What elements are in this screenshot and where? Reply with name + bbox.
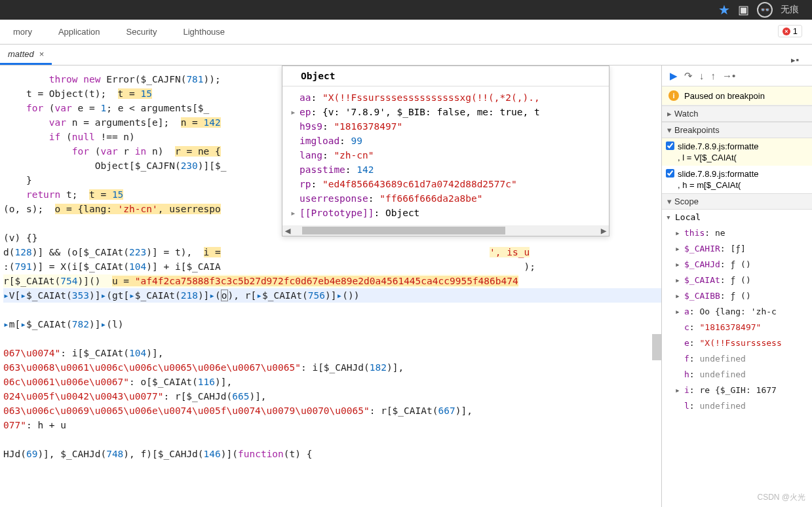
breakpoints-section[interactable]: ▾Breakpoints xyxy=(662,122,812,138)
tooltip-property-row[interactable]: userresponse: "ff666f666da2a8be" xyxy=(288,191,604,206)
tooltip-property-row[interactable]: aa: "X(!!Fssursssessssssssssxg(!!(,*2(,)… xyxy=(288,90,604,105)
breakpoint-checkbox[interactable] xyxy=(666,141,674,150)
tab-lighthouse[interactable]: Lighthouse xyxy=(170,20,238,44)
scope-variable-row[interactable]: ▸$_CAIAt: ƒ () xyxy=(662,272,812,288)
watermark: CSDN @火光 xyxy=(757,492,805,503)
source-code-pane[interactable]: throw new Error($_CAJFN(781)); t = Objec… xyxy=(0,66,661,507)
step-out-icon[interactable]: ↑ xyxy=(711,70,716,81)
scope-variable-row[interactable]: ▸$_CAHIR: [ƒ] xyxy=(662,241,812,257)
profile-mode-label: 无痕 xyxy=(781,4,799,16)
tooltip-property-row[interactable]: ▸[[Prototype]]: Object xyxy=(288,206,604,220)
code-scrollbar[interactable] xyxy=(652,334,661,360)
scope-variable-row[interactable]: ▸a: Oo {lang: 'zh-c xyxy=(662,304,812,320)
error-count-badge[interactable]: × 1 xyxy=(778,25,802,37)
tooltip-property-row[interactable]: rp: "ed4f856643689c61d7a0742d88d2577c" xyxy=(288,177,604,191)
frag-paren: ); xyxy=(524,261,535,272)
step-over-icon[interactable]: ↷ xyxy=(684,70,693,82)
scope-variable-row[interactable]: e: "X(!!Fssursssess xyxy=(662,335,812,351)
profile-avatar-icon[interactable]: 👓 xyxy=(757,2,773,18)
scope-variable-row[interactable]: l: undefined xyxy=(662,398,812,414)
step-into-icon[interactable]: ↓ xyxy=(699,70,705,81)
scope-variable-row[interactable]: f: undefined xyxy=(662,351,812,367)
scope-variable-row[interactable]: ▸$_CAIBB: ƒ () xyxy=(662,288,812,304)
frag-isu: ', is_u xyxy=(490,247,530,257)
scope-label: Scope xyxy=(674,197,699,206)
scope-local-header[interactable]: ▾Local xyxy=(662,210,812,225)
tab-application[interactable]: Application xyxy=(45,20,113,44)
tooltip-property-row[interactable]: imgload: 99 xyxy=(288,134,604,148)
browser-chrome-bar: ★ ▣ 👓 无痕 xyxy=(0,0,812,20)
tooltip-property-row[interactable]: lang: "zh-cn" xyxy=(288,148,604,162)
scope-variable-row[interactable]: c: "1816378497" xyxy=(662,320,812,335)
source-file-tabs: matted × ▸▪ xyxy=(0,45,812,66)
breakpoints-label: Breakpoints xyxy=(674,125,720,135)
tab-security[interactable]: Security xyxy=(113,20,170,44)
scroll-left-icon[interactable]: ◀ xyxy=(282,223,293,238)
breakpoint-item[interactable]: slide.7.8.9.js:formatte, l = V[$_CAIAt( xyxy=(662,138,812,166)
tooltip-property-row[interactable]: passtime: 142 xyxy=(288,162,604,177)
devtools-tabs: mory Application Security Lighthouse × 1 xyxy=(0,20,812,45)
scope-variable-row[interactable]: ▸i: re {$_GIH: 1677 xyxy=(662,383,812,398)
breakpoint-item[interactable]: slide.7.8.9.js:formatte, h = m[$_CAIAt( xyxy=(662,166,812,193)
pause-message: Paused on breakpoin xyxy=(684,91,765,101)
step-icon[interactable]: →• xyxy=(722,70,735,81)
info-icon: i xyxy=(668,90,679,101)
bookmark-star-icon[interactable]: ★ xyxy=(718,2,730,18)
tooltip-title: Object xyxy=(282,66,609,86)
resume-icon[interactable]: ▶ xyxy=(670,70,678,82)
close-tab-icon[interactable]: × xyxy=(39,49,45,59)
error-count: 1 xyxy=(793,26,798,36)
tooltip-scrollbar[interactable]: ◀ ▶ xyxy=(282,225,609,236)
tooltip-property-row[interactable]: h9s9: "1816378497" xyxy=(288,119,604,134)
extension-icon[interactable]: ▣ xyxy=(738,3,749,17)
watch-label: Watch xyxy=(674,109,698,119)
object-preview-tooltip: Object aa: "X(!!Fssursssessssssssssxg(!!… xyxy=(282,66,609,236)
scope-variable-row[interactable]: ▸this: ne xyxy=(662,225,812,241)
scope-section[interactable]: ▾Scope xyxy=(662,193,812,210)
tooltip-property-row[interactable]: ▸ep: {v: '7.8.9', $_BIB: false, me: true… xyxy=(288,105,604,119)
debugger-side-pane: ▶ ↷ ↓ ↑ →• i Paused on breakpoin ▸Watch … xyxy=(661,66,812,507)
execution-step-icon[interactable]: ▸▪ xyxy=(791,55,799,65)
main-split: throw new Error($_CAJFN(781)); t = Objec… xyxy=(0,66,812,507)
file-tab-active[interactable]: matted × xyxy=(0,45,52,65)
tab-memory[interactable]: mory xyxy=(0,20,45,44)
file-tab-name: matted xyxy=(8,49,34,59)
debug-controls: ▶ ↷ ↓ ↑ →• xyxy=(662,66,812,86)
error-icon: × xyxy=(783,28,790,35)
scope-variable-row[interactable]: ▸$_CAHJd: ƒ () xyxy=(662,257,812,272)
pause-banner: i Paused on breakpoin xyxy=(662,86,812,105)
scroll-thumb[interactable] xyxy=(302,227,505,235)
local-label: Local xyxy=(675,212,701,222)
breakpoint-checkbox[interactable] xyxy=(666,169,674,178)
watch-section[interactable]: ▸Watch xyxy=(662,105,812,122)
scroll-right-icon[interactable]: ▶ xyxy=(598,223,609,238)
scope-variable-row[interactable]: h: undefined xyxy=(662,367,812,383)
